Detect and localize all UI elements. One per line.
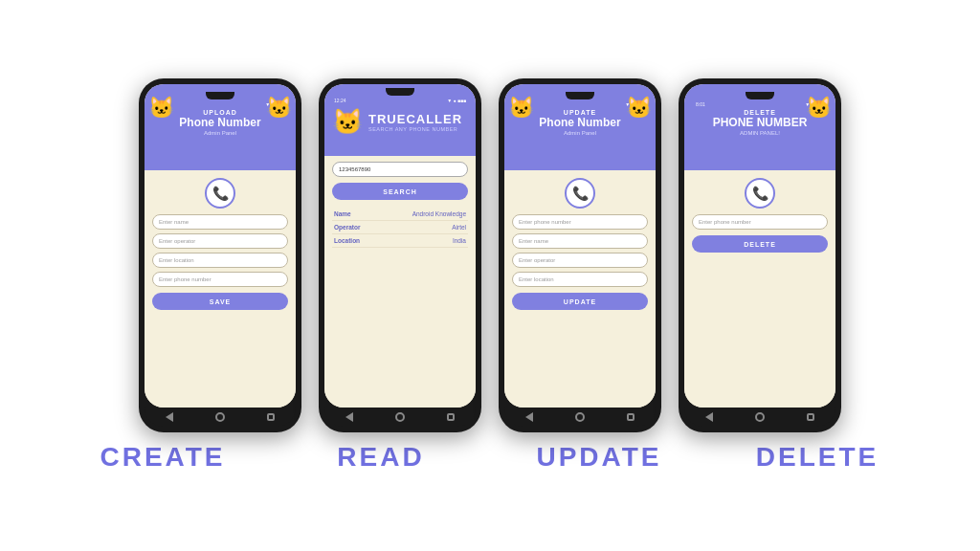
- back-btn-delete[interactable]: [703, 411, 715, 423]
- result-operator: Operator Airtel: [332, 221, 468, 234]
- delete-button[interactable]: DELETE: [692, 235, 828, 253]
- result-location: Location India: [332, 234, 468, 248]
- search-button[interactable]: SEARCH: [332, 183, 468, 200]
- input-phone-update[interactable]: Enter phone number: [512, 214, 648, 230]
- recents-btn[interactable]: [265, 411, 277, 423]
- back-btn-update[interactable]: [523, 411, 535, 423]
- screen-update: 4:07 ▼ ● ■■■ 🐱 🐱 UPDATE Phone Number Adm…: [504, 84, 656, 408]
- result-location-label: Location: [334, 237, 360, 244]
- status-bar-read: 12:24 ▼ ● ■■■: [332, 98, 468, 103]
- result-name-value: Android Knowledge: [412, 210, 466, 217]
- result-operator-value: Airtel: [452, 224, 466, 231]
- phone-icon-update: 📞: [565, 178, 595, 209]
- cat-left-update: 🐱: [508, 96, 534, 121]
- nav-delete: [684, 408, 835, 427]
- header-sub-create: Admin Panel: [204, 130, 236, 136]
- header-large-update: Phone Number: [539, 116, 620, 129]
- notch-read: [386, 88, 414, 96]
- back-btn-read[interactable]: [344, 411, 355, 423]
- label-update: UPDATE: [499, 442, 700, 473]
- input-operator-update[interactable]: Enter operator: [512, 253, 648, 268]
- notch: [206, 92, 234, 99]
- screen-read: 12:24 ▼ ● ■■■ 🐱 TRUECALLER SEARCH ANY PH…: [324, 84, 476, 408]
- header-small-create: UPLOAD: [203, 109, 237, 116]
- phone-delete: 8:01 ▼ ● ■■■ 🐱 DELETE PHONE NUMBER ADMIN…: [679, 78, 841, 432]
- phone-read: 12:24 ▼ ● ■■■ 🐱 TRUECALLER SEARCH ANY PH…: [319, 78, 481, 432]
- body-read: 1234567890 SEARCH Name Android Knowledge…: [324, 156, 476, 408]
- input-phone-create[interactable]: Enter phone number: [152, 272, 288, 287]
- time-read: 12:24: [334, 98, 346, 103]
- screen-delete: 8:01 ▼ ● ■■■ 🐱 DELETE PHONE NUMBER ADMIN…: [684, 84, 835, 408]
- time-delete: 8:01: [696, 101, 705, 107]
- cat-right-delete: 🐱: [806, 96, 832, 121]
- phones-row: 7:37 ▼ ● ■■■ 🐱 🐱 UPLOAD Phone Number Adm…: [139, 78, 841, 432]
- header-create: 7:37 ▼ ● ■■■ 🐱 🐱 UPLOAD Phone Number Adm…: [145, 84, 296, 170]
- cat-read-icon: 🐱: [332, 107, 363, 137]
- nav-read: [324, 408, 476, 427]
- header-large-delete: PHONE NUMBER: [713, 116, 808, 129]
- home-btn-read[interactable]: [394, 411, 406, 423]
- header-update: 4:07 ▼ ● ■■■ 🐱 🐱 UPDATE Phone Number Adm…: [504, 84, 656, 170]
- notch-update: [566, 92, 594, 99]
- input-location-create[interactable]: Enter location: [152, 253, 288, 268]
- results-read: Name Android Knowledge Operator Airtel L…: [332, 208, 468, 248]
- home-btn[interactable]: [214, 411, 226, 423]
- label-create: CREATE: [62, 442, 263, 473]
- header-large-create: Phone Number: [179, 116, 260, 129]
- recents-btn-update[interactable]: [625, 411, 636, 423]
- save-button[interactable]: SAVE: [152, 293, 288, 310]
- phone-icon-create: 📞: [205, 178, 235, 209]
- phone-icon-delete: 📞: [745, 178, 775, 209]
- home-btn-delete[interactable]: [754, 411, 766, 423]
- nav-update: [504, 408, 656, 427]
- result-name-label: Name: [334, 210, 351, 217]
- notch-delete: [746, 92, 774, 99]
- truecaller-sub: SEARCH ANY PHONE NUMBER: [368, 126, 462, 132]
- result-operator-label: Operator: [334, 224, 360, 231]
- header-small-update: UPDATE: [564, 109, 596, 116]
- input-location-update[interactable]: Enter location: [512, 272, 648, 287]
- icons-read: ▼ ● ■■■: [447, 98, 466, 103]
- recents-btn-read[interactable]: [445, 411, 457, 423]
- body-update: 📞 Enter phone number Enter name Enter op…: [504, 170, 656, 408]
- phone-create: 7:37 ▼ ● ■■■ 🐱 🐱 UPLOAD Phone Number Adm…: [139, 78, 301, 432]
- cat-left-icon: 🐱: [148, 96, 174, 121]
- recents-btn-delete[interactable]: [805, 411, 816, 423]
- result-location-value: India: [453, 237, 466, 244]
- input-operator-create[interactable]: Enter operator: [152, 233, 288, 249]
- home-btn-update[interactable]: [574, 411, 586, 423]
- nav-create: [145, 408, 296, 427]
- header-small-delete: DELETE: [744, 109, 776, 116]
- header-sub-delete: ADMIN PANEL!: [740, 130, 780, 136]
- label-read: READ: [280, 442, 481, 473]
- input-name-create[interactable]: Enter name: [152, 214, 288, 230]
- header-delete: 8:01 ▼ ● ■■■ 🐱 DELETE PHONE NUMBER ADMIN…: [684, 84, 835, 170]
- header-sub-update: Admin Panel: [564, 130, 596, 136]
- phone-update: 4:07 ▼ ● ■■■ 🐱 🐱 UPDATE Phone Number Adm…: [499, 78, 661, 432]
- labels-row: CREATE READ UPDATE DELETE: [62, 442, 918, 473]
- input-name-update[interactable]: Enter name: [512, 233, 648, 249]
- label-delete: DELETE: [717, 442, 918, 473]
- truecaller-title: TRUECALLER: [368, 112, 462, 126]
- body-create: 📞 Enter name Enter operator Enter locati…: [145, 170, 296, 408]
- header-read: 12:24 ▼ ● ■■■ 🐱 TRUECALLER SEARCH ANY PH…: [324, 84, 476, 156]
- search-input-read[interactable]: 1234567890: [332, 162, 468, 177]
- result-name: Name Android Knowledge: [332, 208, 468, 221]
- back-btn[interactable]: [164, 411, 175, 423]
- cat-right-update: 🐱: [626, 96, 652, 121]
- body-delete: 📞 Enter phone number DELETE: [684, 170, 835, 408]
- update-button[interactable]: UPDATE: [512, 293, 648, 310]
- input-phone-delete[interactable]: Enter phone number: [692, 214, 828, 230]
- cat-right-icon: 🐱: [266, 96, 292, 121]
- screen-create: 7:37 ▼ ● ■■■ 🐱 🐱 UPLOAD Phone Number Adm…: [145, 84, 296, 408]
